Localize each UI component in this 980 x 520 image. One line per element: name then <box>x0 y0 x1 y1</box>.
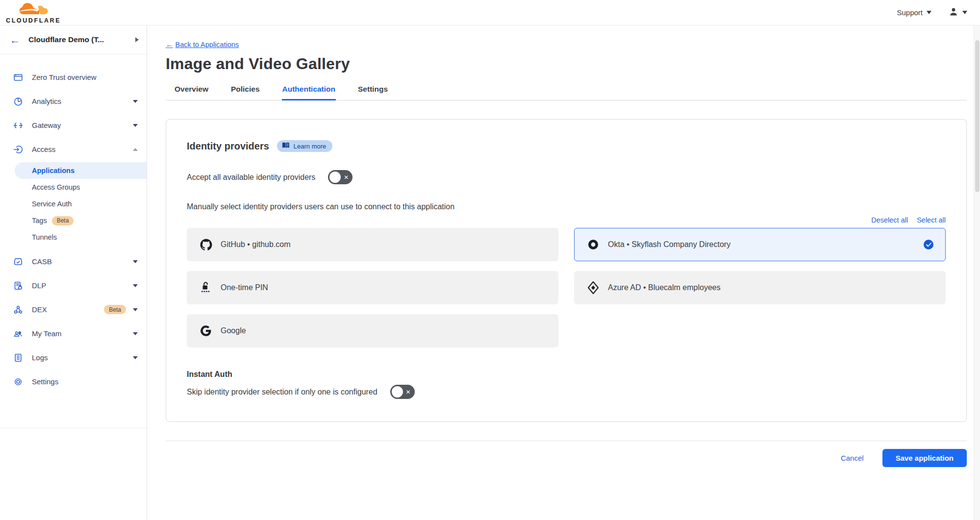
sidebar-item-my-team[interactable]: My Team <box>0 322 147 346</box>
chevron-down-icon <box>133 124 138 127</box>
sidebar-item-access-groups[interactable]: Access Groups <box>0 179 147 196</box>
toggle-off-x-icon: ✕ <box>406 389 411 395</box>
sidebar-item-casb[interactable]: CASB <box>0 249 147 273</box>
page-scrollbar[interactable] <box>974 25 980 520</box>
okta-icon <box>587 238 600 251</box>
sidebar-item-label: My Team <box>32 329 133 338</box>
idp-tile-label: Okta • Skyflash Company Directory <box>608 240 924 249</box>
instant-auth-heading: Instant Auth <box>187 370 946 379</box>
sidebar-item-label: Gateway <box>32 121 133 129</box>
account-name[interactable]: Cloudflare Demo (T... <box>28 35 135 44</box>
idp-tile-label: Google <box>221 326 546 335</box>
support-menu[interactable]: Support <box>897 8 931 17</box>
sidebar-item-tags[interactable]: Tags Beta <box>0 212 147 229</box>
sidebar-nav: Zero Trust overview Analytics <box>0 54 147 428</box>
idp-tile-label: Azure AD • Bluecalm employees <box>608 283 933 292</box>
sidebar-item-analytics[interactable]: Analytics <box>0 89 147 113</box>
sidebar-item-settings[interactable]: Settings <box>0 370 147 394</box>
sidebar-item-dex[interactable]: DEX Beta <box>0 297 147 322</box>
idp-tile-label: GitHub • github.com <box>221 240 546 249</box>
tab-policies[interactable]: Policies <box>230 82 260 100</box>
footer-divider <box>166 441 967 441</box>
tab-authentication[interactable]: Authentication <box>282 82 336 100</box>
chevron-down-icon <box>133 308 138 311</box>
sidebar-item-service-auth[interactable]: Service Auth <box>0 196 147 212</box>
user-icon <box>948 6 959 19</box>
people-icon <box>13 329 23 339</box>
sidebar-item-zero-trust-overview[interactable]: Zero Trust overview <box>0 65 147 89</box>
manual-select-text: Manually select identity providers users… <box>187 202 946 211</box>
azure-ad-icon <box>587 281 600 294</box>
instant-auth-label: Skip identity provider selection if only… <box>187 388 377 396</box>
sidebar-item-label: Analytics <box>32 97 133 105</box>
accept-all-toggle[interactable]: ✕ <box>328 170 352 184</box>
access-login-icon <box>13 145 23 154</box>
idp-tile-github[interactable]: GitHub • github.com <box>187 228 558 261</box>
identity-providers-card: Identity providers Learn more <box>166 119 967 422</box>
identity-provider-grid: GitHub • github.com Okta • Skyflash Comp… <box>187 228 946 347</box>
tab-overview[interactable]: Overview <box>174 82 209 100</box>
sidebar-footer-divider <box>0 428 147 520</box>
idp-tile-okta[interactable]: Okta • Skyflash Company Directory <box>574 228 946 261</box>
sidebar-item-label: Tags <box>32 217 47 224</box>
tab-bar: Overview Policies Authentication Setting… <box>166 82 967 100</box>
sidebar-item-logs[interactable]: Logs <box>0 346 147 370</box>
sidebar-item-label: Applications <box>32 167 75 174</box>
book-icon <box>282 142 290 150</box>
beta-badge: Beta <box>52 216 74 225</box>
back-arrow-icon[interactable]: ← <box>10 35 20 45</box>
account-menu[interactable] <box>948 6 967 19</box>
sidebar-item-label: Service Auth <box>32 200 72 208</box>
toggle-knob <box>329 172 341 183</box>
chevron-down-icon <box>133 100 138 103</box>
beta-badge: Beta <box>104 305 126 314</box>
learn-more-label: Learn more <box>294 143 326 150</box>
idp-tile-google[interactable]: Google <box>187 314 558 347</box>
sidebar-item-label: DEX <box>32 305 99 314</box>
scrollbar-thumb[interactable] <box>975 40 980 192</box>
access-subnav: Applications Access Groups Service Auth … <box>0 161 147 249</box>
sidebar-item-label: CASB <box>32 257 133 266</box>
account-switcher: ← Cloudflare Demo (T... <box>0 25 147 54</box>
google-icon <box>200 324 212 337</box>
back-to-applications-link[interactable]: ← Back to Applications <box>166 41 239 49</box>
cloudflare-wordmark: CLOUDFLARE <box>6 18 61 24</box>
deselect-all-link[interactable]: Deselect all <box>871 216 908 224</box>
footer-actions: Cancel Save application <box>166 449 967 467</box>
sidebar-item-label: Settings <box>32 377 138 386</box>
idp-tile-azure-ad[interactable]: Azure AD • Bluecalm employees <box>574 271 946 304</box>
sidebar-item-dlp[interactable]: DLP <box>0 273 147 297</box>
toggle-knob <box>392 386 403 397</box>
selected-check-icon <box>924 240 933 249</box>
pie-chart-icon <box>13 97 23 106</box>
save-application-button[interactable]: Save application <box>882 449 967 467</box>
cancel-button[interactable]: Cancel <box>841 454 864 462</box>
chevron-down-icon <box>133 332 138 335</box>
chevron-down-icon <box>133 260 138 263</box>
sidebar-item-gateway[interactable]: Gateway <box>0 113 147 137</box>
chevron-right-icon[interactable] <box>135 37 139 42</box>
learn-more-badge[interactable]: Learn more <box>277 140 332 152</box>
sidebar-item-access[interactable]: Access <box>0 137 147 161</box>
support-label: Support <box>897 8 923 17</box>
sidebar-item-label: Access <box>32 145 133 153</box>
sidebar-item-tunnels[interactable]: Tunnels <box>0 229 147 246</box>
sidebar-item-applications[interactable]: Applications <box>15 162 147 179</box>
instant-auth-toggle[interactable]: ✕ <box>390 385 415 399</box>
idp-tile-one-time-pin[interactable]: **** One-time PIN <box>187 271 558 304</box>
toggle-off-x-icon: ✕ <box>344 174 349 180</box>
card-title: Identity providers <box>187 141 269 152</box>
sidebar-item-label: DLP <box>32 281 133 290</box>
page-title: Image and Video Gallery <box>166 55 967 73</box>
cloudflare-logo[interactable]: CLOUDFLARE <box>6 1 61 24</box>
svg-text:****: **** <box>201 289 210 294</box>
network-nodes-icon <box>13 305 23 315</box>
chevron-down-icon <box>927 11 931 14</box>
casb-box-check-icon <box>13 257 23 267</box>
one-time-pin-icon: **** <box>200 281 212 295</box>
chevron-down-icon <box>133 356 138 359</box>
tab-settings[interactable]: Settings <box>357 82 388 100</box>
topbar: CLOUDFLARE Support <box>0 0 980 25</box>
select-all-link[interactable]: Select all <box>917 216 946 224</box>
sidebar: ← Cloudflare Demo (T... Zero Trust overv… <box>0 25 147 520</box>
